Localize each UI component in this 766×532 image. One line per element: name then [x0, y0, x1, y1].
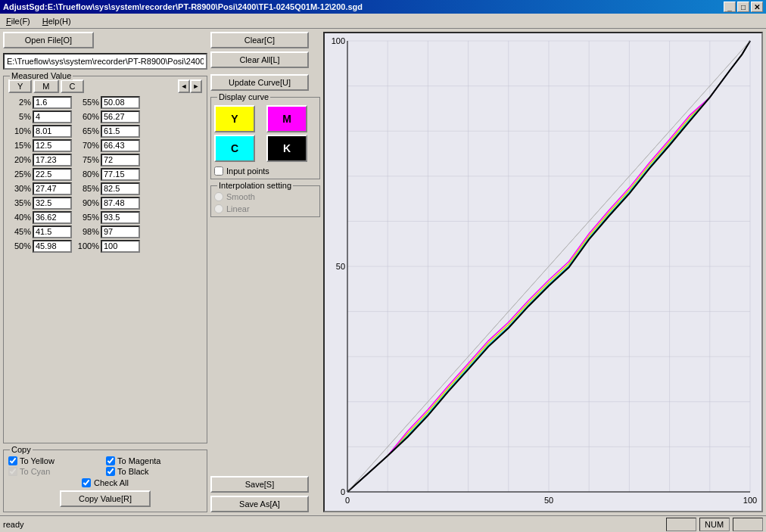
nav-prev-button[interactable]: ◄ [178, 79, 190, 93]
data-row: 100% [76, 239, 140, 253]
data-row: 35% [8, 196, 72, 210]
smooth-radio[interactable] [214, 192, 223, 201]
row-label: 75% [76, 155, 99, 164]
row-label: 55% [76, 98, 99, 107]
copy-to-cyan-checkbox[interactable] [8, 467, 17, 476]
data-row: 98% [76, 225, 140, 238]
file-path-input[interactable] [3, 53, 207, 70]
row-input[interactable] [101, 168, 140, 181]
title-bar: AdjustSgd:E:\Trueflow\sys\system\recorde… [0, 0, 766, 14]
copy-to-magenta-checkbox[interactable] [106, 456, 115, 465]
row-input[interactable] [33, 226, 72, 238]
row-label: 90% [76, 198, 99, 207]
copy-to-cyan-label: To Cyan [20, 467, 50, 476]
data-row: 60% [76, 110, 140, 123]
curve-y-button[interactable]: Y [214, 105, 255, 132]
data-row: 45% [8, 225, 72, 238]
curve-m-button[interactable]: M [266, 105, 307, 132]
row-label: 85% [76, 184, 99, 193]
row-input[interactable] [33, 211, 72, 224]
update-curve-button[interactable]: Update Curve[U] [210, 74, 309, 91]
row-label: 35% [8, 198, 31, 207]
row-input[interactable] [101, 240, 140, 253]
row-input[interactable] [33, 240, 72, 253]
data-row: 50% [8, 239, 72, 253]
check-all-checkbox[interactable] [82, 478, 91, 487]
row-label: 15% [8, 141, 31, 150]
row-label: 25% [8, 170, 31, 179]
row-label: 50% [8, 241, 31, 250]
row-input[interactable] [101, 226, 140, 238]
curve-k-button[interactable]: K [266, 135, 307, 162]
copy-to-yellow-checkbox[interactable] [8, 456, 17, 465]
row-input[interactable] [101, 154, 140, 166]
row-label: 98% [76, 227, 99, 236]
check-all-label: Check All [94, 478, 129, 487]
row-label: 10% [8, 126, 31, 135]
row-input[interactable] [101, 96, 140, 109]
close-button[interactable]: ✕ [751, 2, 763, 12]
row-label: 40% [8, 213, 31, 222]
row-input[interactable] [33, 182, 72, 195]
row-label: 70% [76, 141, 99, 150]
interpolation-title: Interpolation setting [217, 181, 293, 190]
copy-to-yellow-label: To Yellow [20, 456, 54, 465]
row-input[interactable] [33, 125, 72, 138]
open-file-button[interactable]: Open File[O] [3, 32, 94, 48]
smooth-label: Smooth [226, 192, 255, 201]
data-row: 95% [76, 210, 140, 224]
display-curve-title: Display curve [217, 92, 270, 101]
tab-c[interactable]: C [61, 79, 85, 93]
row-input[interactable] [101, 182, 140, 195]
graph-area [323, 32, 763, 512]
row-label: 45% [8, 227, 31, 236]
data-row: 25% [8, 167, 72, 181]
row-input[interactable] [33, 110, 72, 123]
row-input[interactable] [101, 211, 140, 224]
copy-to-magenta-label: To Magenta [117, 456, 160, 465]
data-row: 2% [8, 95, 72, 109]
row-label: 65% [76, 126, 99, 135]
menu-file[interactable]: File(F) [3, 16, 33, 26]
copy-title: Copy [10, 445, 33, 454]
menu-help[interactable]: Help(H) [39, 16, 74, 26]
linear-radio[interactable] [214, 204, 223, 213]
row-label: 5% [8, 112, 31, 121]
row-input[interactable] [33, 139, 72, 152]
data-row: 30% [8, 182, 72, 195]
row-label: 60% [76, 112, 99, 121]
row-input[interactable] [33, 168, 72, 181]
data-row: 85% [76, 182, 140, 195]
minimize-button[interactable]: _ [724, 2, 736, 12]
clear-button[interactable]: Clear[C] [210, 32, 309, 48]
tab-m[interactable]: M [33, 79, 58, 93]
row-input[interactable] [101, 125, 140, 138]
data-row: 75% [76, 153, 140, 166]
chart-canvas [325, 33, 761, 511]
window-title: AdjustSgd:E:\Trueflow\sys\system\recorde… [3, 2, 363, 11]
row-input[interactable] [33, 96, 72, 109]
row-label: 95% [76, 213, 99, 222]
copy-value-button[interactable]: Copy Value[R] [60, 490, 151, 507]
nav-next-button[interactable]: ► [190, 79, 202, 93]
row-input[interactable] [101, 139, 140, 152]
data-row: 65% [76, 124, 140, 138]
save-as-button[interactable]: Save As[A] [210, 496, 309, 512]
copy-to-black-label: To Black [117, 467, 149, 476]
curve-c-button[interactable]: C [214, 135, 255, 162]
clear-all-button[interactable]: Clear All[L] [210, 51, 309, 68]
data-row: 55% [76, 95, 140, 109]
data-row: 10% [8, 124, 72, 138]
row-input[interactable] [101, 197, 140, 210]
row-input[interactable] [33, 197, 72, 210]
tab-y[interactable]: Y [8, 79, 32, 93]
row-input[interactable] [33, 154, 72, 166]
row-label: 100% [76, 241, 99, 250]
row-input[interactable] [101, 110, 140, 123]
input-points-checkbox[interactable] [214, 166, 223, 176]
copy-to-black-checkbox[interactable] [106, 467, 115, 476]
maximize-button[interactable]: □ [737, 2, 749, 12]
data-row: 80% [76, 167, 140, 181]
save-button[interactable]: Save[S] [210, 476, 309, 493]
data-row: 90% [76, 196, 140, 210]
